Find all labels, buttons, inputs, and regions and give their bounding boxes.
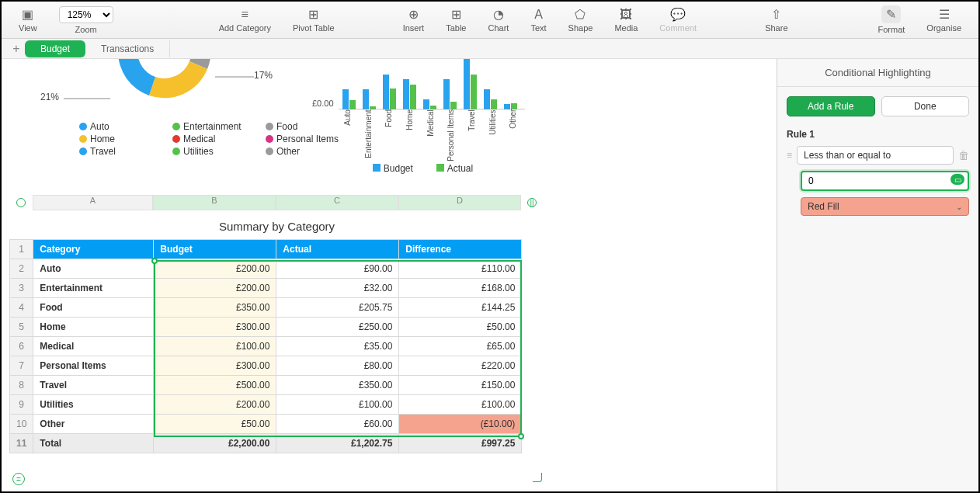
table-row[interactable]: 5Home£300.00£250.00£50.00 (10, 318, 522, 337)
sidebar-icon: ▣ (22, 7, 33, 22)
donut-legend: Auto Entertainment Food Home Medical Per… (79, 121, 351, 158)
text-button[interactable]: AText (523, 8, 554, 33)
shape-icon: ⬠ (575, 7, 586, 22)
col-c[interactable]: C (276, 195, 398, 210)
svg-rect-14 (464, 59, 470, 109)
toolbar: ▣View 125% Zoom ≡Add Category ⊞Pivot Tab… (2, 2, 978, 39)
add-row-button[interactable]: = (12, 473, 25, 485)
sheet-tabs: + Budget Transactions (2, 39, 978, 59)
format-sidebar: Conditional Highlighting Add a Rule Done… (777, 59, 978, 491)
add-category-button[interactable]: ≡Add Category (211, 8, 279, 33)
table-button[interactable]: ⊞Table (438, 7, 474, 33)
chart-icon: ◔ (493, 7, 504, 22)
bar-legend: Budget Actual (312, 163, 533, 174)
svg-rect-8 (403, 79, 409, 109)
text-icon: A (534, 8, 543, 22)
fill-style-select[interactable]: Red Fill⌄ (801, 197, 969, 216)
table-row[interactable]: 2Auto£200.00£90.00£110.00 (10, 259, 522, 279)
category-icon: ≡ (242, 8, 248, 22)
plus-icon: ⊕ (408, 7, 419, 22)
svg-rect-12 (443, 79, 450, 109)
pct-label-21: 21% (40, 92, 59, 102)
table-header-row[interactable]: 1 Category Budget Actual Difference (10, 240, 522, 259)
bar-ylabel: £0.00 (312, 99, 334, 108)
svg-rect-10 (423, 99, 429, 109)
chevron-down-icon: ⌄ (956, 203, 962, 211)
donut-svg (87, 59, 242, 121)
svg-rect-16 (484, 89, 490, 109)
rule-1-label: Rule 1 (787, 129, 969, 140)
svg-rect-13 (450, 102, 457, 109)
summary-table[interactable]: 1 Category Budget Actual Difference 2Aut… (9, 239, 522, 453)
table-total-row[interactable]: 11Total£2,200.00£1,202.75£997.25 (10, 434, 522, 453)
svg-rect-2 (342, 89, 349, 109)
delete-rule-icon[interactable]: 🗑 (958, 149, 969, 161)
insert-button[interactable]: ⊕Insert (395, 7, 433, 33)
pivot-icon: ⊞ (308, 7, 318, 22)
rule-value-input[interactable] (801, 171, 969, 191)
table-area: Summary by Category 1 Category Budget Ac… (9, 210, 522, 453)
svg-rect-15 (471, 75, 477, 109)
svg-rect-9 (410, 85, 416, 109)
done-button[interactable]: Done (881, 96, 970, 116)
column-headers: A B C D || (9, 195, 777, 210)
organise-icon: ☰ (939, 7, 950, 22)
shape-button[interactable]: ⬠Shape (561, 7, 601, 33)
col-d[interactable]: D (398, 195, 521, 210)
svg-rect-7 (390, 89, 396, 109)
format-icon: ✎ (881, 5, 901, 23)
add-sheet-button[interactable]: + (8, 42, 25, 56)
table-row[interactable]: 9Utilities£200.00£100.00£100.00 (10, 395, 522, 415)
zoom-control[interactable]: 125% Zoom (51, 6, 121, 34)
table-row[interactable]: 6Medical£100.00£35.00£65.00 (10, 337, 522, 356)
table-title[interactable]: Summary by Category (33, 210, 521, 239)
svg-rect-17 (491, 99, 497, 109)
svg-rect-4 (363, 89, 369, 109)
view-button[interactable]: ▣View (11, 7, 45, 33)
share-icon: ⇧ (771, 7, 781, 22)
svg-rect-3 (349, 100, 356, 109)
donut-chart[interactable]: 17% 21% Auto Entertainment Food Home Med… (25, 59, 335, 214)
share-button[interactable]: ⇧Share (757, 7, 795, 33)
table-row[interactable]: 7Personal Items£300.00£80.00£220.00 (10, 356, 522, 376)
table-row[interactable]: 3Entertainment£200.00£32.00£168.00 (10, 279, 522, 298)
pct-label-17: 17% (254, 70, 273, 81)
bar-chart[interactable]: £0.00 (312, 59, 533, 199)
comment-icon: 💬 (670, 7, 686, 22)
media-button[interactable]: 🖼Media (606, 8, 645, 33)
table-row[interactable]: 4Food£350.00£205.75£144.25 (10, 298, 522, 318)
svg-rect-6 (383, 75, 389, 109)
media-icon: 🖼 (620, 8, 632, 22)
tab-budget[interactable]: Budget (25, 40, 85, 57)
table-origin[interactable] (9, 195, 33, 210)
format-button[interactable]: ✎Format (871, 5, 913, 34)
col-b[interactable]: B (153, 195, 276, 210)
sidebar-title: Conditional Highlighting (777, 59, 978, 87)
table-icon: ⊞ (451, 7, 461, 22)
drag-handle-icon[interactable]: ≡ (787, 150, 792, 161)
table-row[interactable]: 10Other£50.00£60.00(£10.00) (10, 415, 522, 434)
pivot-table-button[interactable]: ⊞Pivot Table (285, 7, 342, 33)
table-row[interactable]: 8Travel£500.00£350.00£150.00 (10, 376, 522, 395)
cell-ref-icon[interactable]: ▭ (950, 174, 964, 185)
add-column[interactable]: || (524, 195, 540, 210)
chart-button[interactable]: ◔Chart (480, 7, 516, 33)
add-rule-button[interactable]: Add a Rule (787, 96, 875, 116)
comment-button[interactable]: 💬Comment (652, 7, 704, 33)
canvas[interactable]: 17% 21% Auto Entertainment Food Home Med… (2, 59, 777, 491)
bar-svg (339, 59, 525, 109)
organise-button[interactable]: ☰Organise (919, 7, 969, 33)
col-a[interactable]: A (33, 195, 153, 210)
tab-transactions[interactable]: Transactions (85, 40, 170, 57)
table-resize-handle[interactable] (530, 470, 545, 485)
zoom-select[interactable]: 125% (59, 6, 113, 23)
condition-select[interactable]: Less than or equal to (797, 146, 954, 165)
